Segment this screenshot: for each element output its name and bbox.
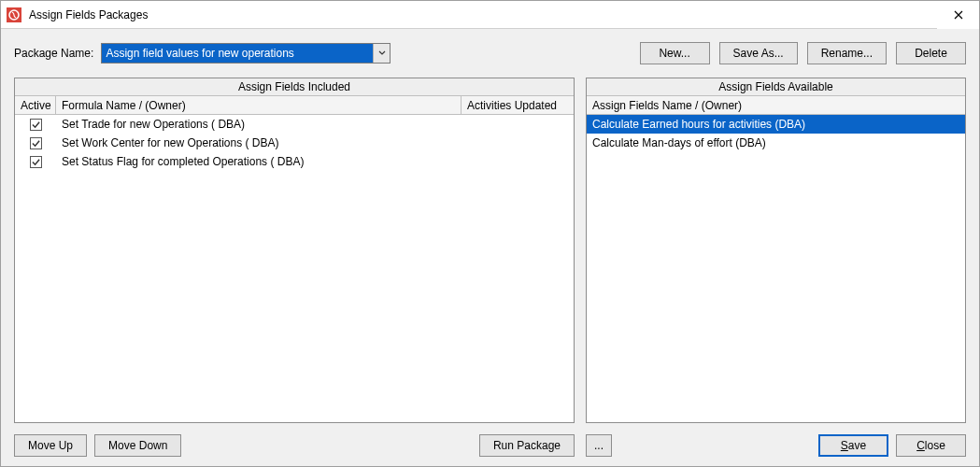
list-item[interactable]: Calculate Earned hours for activities (D…: [587, 115, 965, 134]
move-up-label: Move Up: [28, 439, 73, 452]
rename-button-label: Rename...: [821, 47, 873, 60]
active-checkbox[interactable]: [30, 119, 42, 131]
available-panel-title: Assign Fields Available: [587, 78, 965, 96]
active-cell: [15, 119, 56, 131]
package-row: Package Name: Assign field values for ne…: [14, 42, 966, 64]
included-grid-header: Active Formula Name / (Owner) Activities…: [15, 96, 574, 115]
save-as-button-label: Save As...: [733, 47, 784, 60]
move-down-button[interactable]: Move Down: [94, 434, 181, 457]
col-header-formula-name[interactable]: Formula Name / (Owner): [56, 96, 462, 114]
formula-name-cell: Set Trade for new Operations ( DBA): [56, 118, 462, 131]
active-checkbox[interactable]: [30, 137, 42, 149]
col-header-active[interactable]: Active: [15, 96, 56, 114]
table-row[interactable]: Set Status Flag for completed Operations…: [15, 152, 574, 171]
active-cell: [15, 137, 56, 149]
content-area: Package Name: Assign field values for ne…: [1, 29, 979, 466]
bottom-row: Move Up Move Down Run Package ... Save C…: [14, 434, 966, 457]
included-grid-body[interactable]: Set Trade for new Operations ( DBA)Set W…: [15, 115, 574, 422]
available-panel: Assign Fields Available Assign Fields Na…: [586, 78, 966, 423]
titlebar: Assign Fields Packages: [1, 1, 979, 29]
run-package-label: Run Package: [493, 439, 561, 452]
table-row[interactable]: Set Trade for new Operations ( DBA): [15, 115, 574, 134]
available-grid-body[interactable]: Calculate Earned hours for activities (D…: [587, 115, 965, 422]
active-cell: [15, 156, 56, 168]
bottom-right-buttons: ... Save Close: [575, 434, 966, 457]
dialog-window: Assign Fields Packages Package Name: Ass…: [0, 0, 980, 467]
move-up-button[interactable]: Move Up: [14, 434, 87, 457]
delete-button[interactable]: Delete: [896, 42, 966, 64]
save-button[interactable]: Save: [818, 434, 888, 457]
package-name-value: Assign field values for new operations: [102, 44, 373, 63]
active-checkbox[interactable]: [30, 156, 42, 168]
delete-button-label: Delete: [915, 47, 947, 60]
run-package-button[interactable]: Run Package: [479, 434, 575, 457]
bottom-left-buttons: Move Up Move Down Run Package: [14, 434, 575, 457]
package-name-combo[interactable]: Assign field values for new operations: [101, 43, 391, 64]
app-icon: [7, 7, 21, 22]
list-item[interactable]: Calculate Man-days of effort (DBA): [587, 134, 965, 152]
window-title: Assign Fields Packages: [29, 8, 937, 21]
available-name-cell: Calculate Earned hours for activities (D…: [587, 118, 965, 131]
move-down-label: Move Down: [108, 439, 167, 452]
available-name-cell: Calculate Man-days of effort (DBA): [587, 136, 965, 149]
toolbar-buttons: New... Save As... Rename... Delete: [640, 42, 966, 64]
col-header-available-name[interactable]: Assign Fields Name / (Owner): [587, 96, 965, 114]
rename-button[interactable]: Rename...: [807, 42, 887, 64]
close-icon[interactable]: [937, 1, 979, 29]
ellipsis-button[interactable]: ...: [586, 434, 612, 457]
close-button-label: Close: [916, 439, 945, 452]
new-button[interactable]: New...: [640, 42, 710, 64]
package-name-label: Package Name:: [14, 47, 93, 60]
formula-name-cell: Set Work Center for new Operations ( DBA…: [56, 136, 462, 149]
panels: Assign Fields Included Active Formula Na…: [14, 78, 966, 423]
included-panel: Assign Fields Included Active Formula Na…: [14, 78, 575, 423]
col-header-activities[interactable]: Activities Updated: [462, 96, 574, 114]
save-button-label: Save: [841, 439, 866, 452]
included-panel-title: Assign Fields Included: [15, 78, 574, 96]
formula-name-cell: Set Status Flag for completed Operations…: [56, 155, 462, 168]
ellipsis-label: ...: [594, 439, 604, 452]
save-as-button[interactable]: Save As...: [719, 42, 798, 64]
new-button-label: New...: [659, 47, 689, 60]
close-button[interactable]: Close: [896, 434, 966, 457]
chevron-down-icon[interactable]: [373, 44, 390, 63]
available-grid-header: Assign Fields Name / (Owner): [587, 96, 965, 115]
table-row[interactable]: Set Work Center for new Operations ( DBA…: [15, 134, 574, 152]
